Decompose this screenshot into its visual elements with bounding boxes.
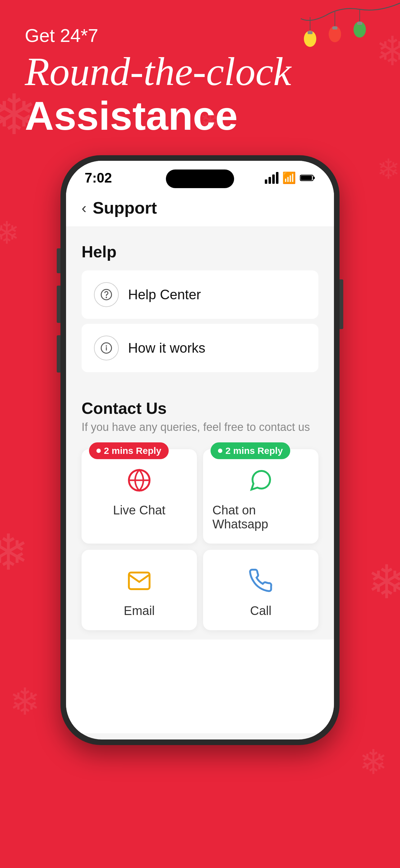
phone-screen: 7:02 📶 — [66, 161, 334, 740]
call-card[interactable]: Call — [203, 550, 319, 630]
help-center-label: Help Center — [128, 287, 201, 302]
nav-bar: ‹ Support — [66, 189, 334, 227]
app-content: ‹ Support Help — [66, 189, 334, 733]
help-center-icon — [94, 282, 119, 307]
svg-rect-10 — [313, 177, 315, 179]
dynamic-island — [166, 169, 234, 188]
contact-grid: 2 mins Reply Live Chat — [66, 449, 334, 640]
wifi-icon: 📶 — [282, 172, 296, 184]
badge-dot — [96, 448, 101, 453]
email-label: Email — [124, 604, 155, 618]
how-it-works-item[interactable]: How it works — [81, 324, 319, 372]
contact-title: Contact Us — [81, 399, 319, 417]
phone-frame: 7:02 📶 — [61, 155, 339, 745]
screen-title: Support — [93, 198, 157, 217]
contact-section: Contact Us If you have any queries, feel… — [66, 383, 334, 449]
whatsapp-badge: 2 mins Reply — [210, 442, 290, 459]
call-icon — [245, 565, 276, 596]
status-icons: 📶 — [265, 172, 315, 184]
round-the-clock-label: Round-the-clock — [25, 49, 291, 94]
whatsapp-icon — [245, 465, 276, 496]
assistance-label: Assistance — [25, 94, 291, 138]
phone-mockup: 7:02 📶 — [61, 155, 339, 807]
battery-icon — [300, 174, 315, 182]
back-button[interactable]: ‹ — [81, 199, 87, 216]
clock: 7:02 — [85, 170, 112, 186]
whatsapp-card[interactable]: 2 mins Reply Chat on Whatsapp — [203, 449, 319, 544]
whatsapp-label: Chat on Whatsapp — [212, 503, 309, 531]
svg-rect-11 — [301, 176, 312, 180]
whatsapp-badge-text: 2 mins Reply — [226, 445, 283, 456]
email-icon — [124, 565, 155, 596]
svg-rect-2 — [357, 22, 362, 25]
signal-icon — [265, 172, 278, 184]
help-center-item[interactable]: Help Center — [81, 270, 319, 319]
how-it-works-icon — [94, 336, 119, 361]
call-label: Call — [250, 604, 272, 618]
svg-point-13 — [106, 297, 107, 298]
badge-dot-green — [218, 448, 222, 453]
live-chat-badge: 2 mins Reply — [89, 442, 169, 459]
live-chat-label: Live Chat — [113, 503, 166, 517]
live-chat-card[interactable]: 2 mins Reply Live Chat — [81, 449, 197, 544]
email-card[interactable]: Email — [81, 550, 197, 630]
svg-rect-8 — [308, 31, 312, 34]
help-section: Help Help Center — [66, 227, 334, 383]
help-section-title: Help — [81, 243, 319, 261]
live-chat-badge-text: 2 mins Reply — [104, 445, 161, 456]
svg-rect-5 — [332, 26, 337, 30]
how-it-works-label: How it works — [128, 340, 205, 356]
get-247-label: Get 24*7 — [25, 25, 291, 46]
header-section: Get 24*7 Round-the-clock Assistance — [25, 25, 291, 138]
contact-subtitle: If you have any queries, feel free to co… — [81, 421, 319, 434]
live-chat-icon — [124, 465, 155, 496]
